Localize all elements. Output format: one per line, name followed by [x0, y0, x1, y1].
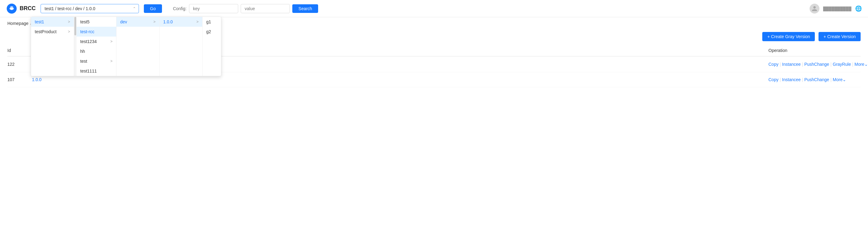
chevron-right-icon: > — [68, 30, 70, 34]
go-button[interactable]: Go — [144, 4, 162, 13]
operations-row-2: Copy | Instancee | PushChange | More⌄ — [768, 77, 861, 82]
header-right: ██████████ 🌐 — [810, 4, 862, 13]
more-dropdown-row2[interactable]: More⌄ — [833, 77, 846, 82]
chevron-right-icon: > — [68, 20, 70, 24]
dropdown-col-groups: g1 g2 — [203, 17, 246, 76]
avatar — [810, 4, 819, 13]
dropdown-item-testproduct[interactable]: testProduct > — [31, 27, 74, 37]
create-gray-version-button[interactable]: + Create Gray Version — [762, 32, 815, 41]
version-link-100[interactable]: 1.0.0 — [32, 77, 41, 82]
search-button[interactable]: Search — [292, 4, 318, 13]
chevron-right-icon: > — [196, 20, 198, 24]
dropdown-item-hh[interactable]: hh — [76, 46, 116, 56]
dropdown-item-test1[interactable]: test1 > — [31, 17, 74, 27]
svg-point-1 — [10, 7, 13, 10]
app-title: BRCC — [20, 5, 36, 12]
cell-name-100: 1.0.0 — [32, 77, 93, 82]
config-area: Config: Search — [173, 4, 318, 13]
dropdown-col-envs: dev > — [117, 17, 159, 76]
dropdown-item-dev[interactable]: dev > — [117, 17, 159, 27]
dropdown-item-g1[interactable]: g1 — [203, 17, 246, 27]
selector-value: test1 / test-rcc / dev / 1.0.0 — [44, 6, 129, 11]
globe-icon[interactable]: 🌐 — [855, 5, 862, 12]
chevron-up-icon: ⌃ — [133, 6, 136, 11]
cell-id-122: 122 — [7, 62, 32, 67]
value-input[interactable] — [241, 4, 290, 13]
dropdown-item-test-rcc[interactable]: test-rcc — [76, 27, 116, 37]
key-input[interactable] — [189, 4, 238, 13]
operations-row-1: Copy | Instancee | PushChange | GrayRule… — [768, 62, 861, 67]
copy-link-row2[interactable]: Copy — [768, 77, 779, 82]
col-header-id: Id — [7, 48, 32, 53]
username-display: ██████████ — [823, 6, 851, 11]
dropdown-item-1-0-0[interactable]: 1.0.0 > — [159, 17, 202, 27]
instancee-link-row1[interactable]: Instancee — [782, 62, 801, 67]
logo-area: BRCC — [6, 3, 36, 14]
scrollbar-thumb — [74, 17, 76, 35]
chevron-right-icon: > — [153, 20, 156, 24]
dropdown-col-versions: 1.0.0 > — [159, 17, 203, 76]
pushchange-link-row1[interactable]: PushChange — [804, 62, 829, 67]
dropdown-item-g2[interactable]: g2 — [203, 27, 246, 37]
breadcrumb-homepage[interactable]: Homepage — [7, 21, 29, 26]
dropdown-col-namespaces: test1 > testProduct > — [31, 17, 74, 76]
dropdown-item-test[interactable]: test > — [76, 56, 116, 66]
col-header-operation: Operation — [768, 48, 861, 53]
grayrule-link-row1[interactable]: GrayRule — [833, 62, 851, 67]
dropdown-col-apps: test5 test-rcc test1234 > hh test > test… — [76, 17, 117, 76]
dropdown-item-test1111[interactable]: test1111 — [76, 66, 116, 76]
dropdown-panel: test1 > testProduct > test5 test-rcc tes… — [31, 17, 221, 76]
config-label: Config: — [173, 6, 187, 11]
cell-id-107: 107 — [7, 77, 32, 82]
create-version-button[interactable]: + Create Version — [818, 32, 861, 41]
copy-link-row1[interactable]: Copy — [768, 62, 779, 67]
brcc-logo-icon — [6, 3, 17, 14]
chevron-right-icon: > — [110, 39, 113, 44]
pushchange-link-row2[interactable]: PushChange — [804, 77, 829, 82]
dropdown-item-test5[interactable]: test5 — [76, 17, 116, 27]
header: BRCC test1 / test-rcc / dev / 1.0.0 ⌃ Go… — [0, 0, 868, 17]
selector-input-box[interactable]: test1 / test-rcc / dev / 1.0.0 — [40, 4, 139, 13]
instancee-link-row2[interactable]: Instancee — [782, 77, 801, 82]
more-dropdown-row1[interactable]: More⌄ — [855, 62, 868, 67]
dropdown-item-test1234[interactable]: test1234 > — [76, 37, 116, 46]
path-selector[interactable]: test1 / test-rcc / dev / 1.0.0 ⌃ — [40, 4, 139, 13]
chevron-right-icon: > — [110, 59, 113, 63]
scrollbar[interactable] — [74, 17, 76, 76]
